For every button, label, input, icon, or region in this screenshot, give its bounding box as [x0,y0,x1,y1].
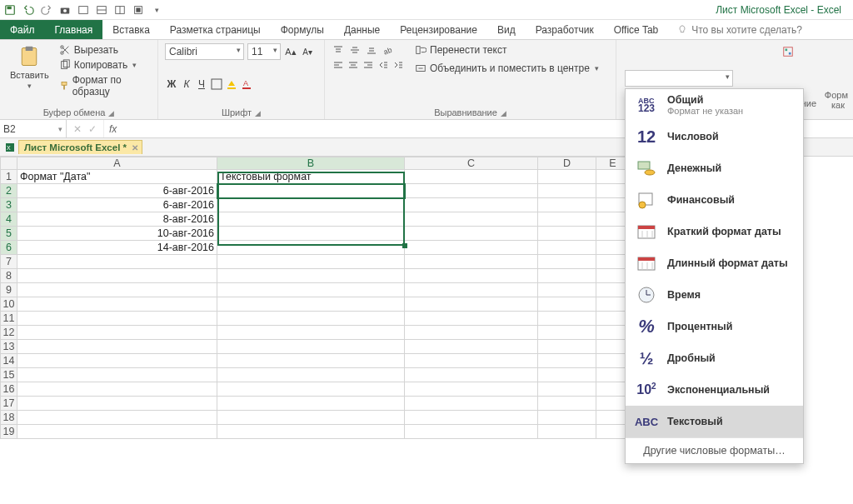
decrease-indent-icon[interactable] [377,58,390,72]
qat-icon-a[interactable] [77,3,90,17]
cell[interactable] [538,425,596,439]
cell[interactable] [405,212,538,227]
select-all-corner[interactable] [1,157,17,170]
cell[interactable] [538,212,596,227]
cell[interactable] [217,198,405,212]
decrease-font-icon[interactable]: A▾ [301,45,314,58]
cell[interactable] [538,297,596,312]
cell[interactable] [405,411,538,425]
cell[interactable] [538,184,596,198]
row-header[interactable]: 18 [1,411,17,425]
align-left-icon[interactable] [332,58,345,72]
number-format-item-time[interactable]: Время [626,279,803,311]
save-icon[interactable] [3,3,17,17]
camera-icon[interactable] [58,3,72,17]
cell[interactable] [17,411,217,425]
border-button[interactable] [210,77,223,91]
format-painter-button[interactable]: Формат по образцу [57,73,151,98]
row-header[interactable]: 7 [1,255,17,269]
bold-button[interactable]: Ж [165,77,178,91]
cell[interactable] [217,227,405,241]
align-middle-icon[interactable] [348,43,362,57]
cell[interactable]: 14-авг-2016 [17,241,217,255]
cell[interactable] [538,340,596,354]
cell[interactable] [17,382,217,397]
redo-icon[interactable] [40,3,53,17]
cell[interactable] [17,297,217,312]
qat-icon-c[interactable] [113,3,127,17]
merge-center-button[interactable]: Объединить и поместить в центре▾ [413,62,601,75]
qat-icon-b[interactable] [95,3,108,17]
fill-color-button[interactable] [225,77,238,91]
cell[interactable] [217,397,405,411]
workbook-tab-close-icon[interactable]: ✕ [132,143,138,152]
cell[interactable] [217,411,405,425]
cell[interactable] [405,340,538,354]
align-top-icon[interactable] [332,43,345,57]
workbook-tab[interactable]: Лист Microsoft Excel * ✕ [18,140,142,154]
col-header-A[interactable]: A [17,157,217,170]
cell[interactable] [17,269,217,283]
row-header[interactable]: 12 [1,326,17,340]
name-box[interactable]: B2 [0,120,67,137]
number-format-item-scientific[interactable]: 102Экспоненциальный [626,374,803,406]
tab-review[interactable]: Рецензирование [390,20,487,39]
number-format-item-percent[interactable]: %Процентный [626,311,803,342]
cell[interactable] [17,368,217,382]
cell[interactable] [405,312,538,326]
cell[interactable] [217,425,405,439]
number-format-item-general[interactable]: ABC123ОбщийФормат не указан [626,89,803,121]
cell[interactable] [217,269,405,283]
cell[interactable] [17,340,217,354]
row-header[interactable]: 10 [1,297,17,312]
row-header[interactable]: 13 [1,340,17,354]
cancel-formula-icon[interactable]: ✕ [73,123,82,135]
number-format-menu[interactable]: ABC123ОбщийФормат не указан12ЧисловойДен… [625,88,804,464]
row-header[interactable]: 8 [1,269,17,283]
cell[interactable] [17,397,217,411]
cell[interactable] [538,255,596,269]
row-header[interactable]: 11 [1,312,17,326]
cell[interactable] [405,368,538,382]
cell[interactable] [405,198,538,212]
number-format-item-number[interactable]: 12Числовой [626,121,803,152]
number-format-combo[interactable] [625,70,733,87]
row-header[interactable]: 3 [1,198,17,212]
number-format-item-currency[interactable]: Денежный [626,152,803,184]
cell[interactable]: 6-авг-2016 [17,184,217,198]
cell[interactable] [538,368,596,382]
cell[interactable] [217,354,405,368]
number-format-item-accounting[interactable]: Финансовый [626,184,803,216]
tab-pagelayout[interactable]: Разметка страницы [160,20,271,39]
row-header[interactable]: 1 [1,170,17,184]
paste-button[interactable]: Вставить ▾ [7,43,52,98]
row-header[interactable]: 4 [1,212,17,227]
fx-label[interactable]: fx [104,120,122,137]
wrap-text-button[interactable]: Перенести текст [413,43,601,57]
cell[interactable] [538,326,596,340]
cell[interactable] [217,297,405,312]
cell[interactable] [17,255,217,269]
cell[interactable] [217,368,405,382]
cell[interactable] [405,255,538,269]
font-name-combo[interactable]: Calibri [165,43,244,60]
cell[interactable] [538,397,596,411]
cell[interactable] [217,340,405,354]
row-header[interactable]: 15 [1,368,17,382]
cell[interactable] [217,212,405,227]
cell[interactable] [405,382,538,397]
row-header[interactable]: 6 [1,241,17,255]
tab-file[interactable]: Файл [0,20,45,39]
increase-indent-icon[interactable] [392,58,405,72]
row-header[interactable]: 17 [1,397,17,411]
enter-formula-icon[interactable]: ✓ [88,123,97,135]
cell[interactable] [17,354,217,368]
cell[interactable]: 8-авг-2016 [17,212,217,227]
col-header-D[interactable]: D [538,157,596,170]
align-right-icon[interactable] [362,58,375,72]
cell[interactable] [17,312,217,326]
tab-officetab[interactable]: Office Tab [604,20,669,39]
qat-more-icon[interactable]: ▾ [150,3,163,17]
cell[interactable] [538,354,596,368]
cell[interactable] [217,312,405,326]
